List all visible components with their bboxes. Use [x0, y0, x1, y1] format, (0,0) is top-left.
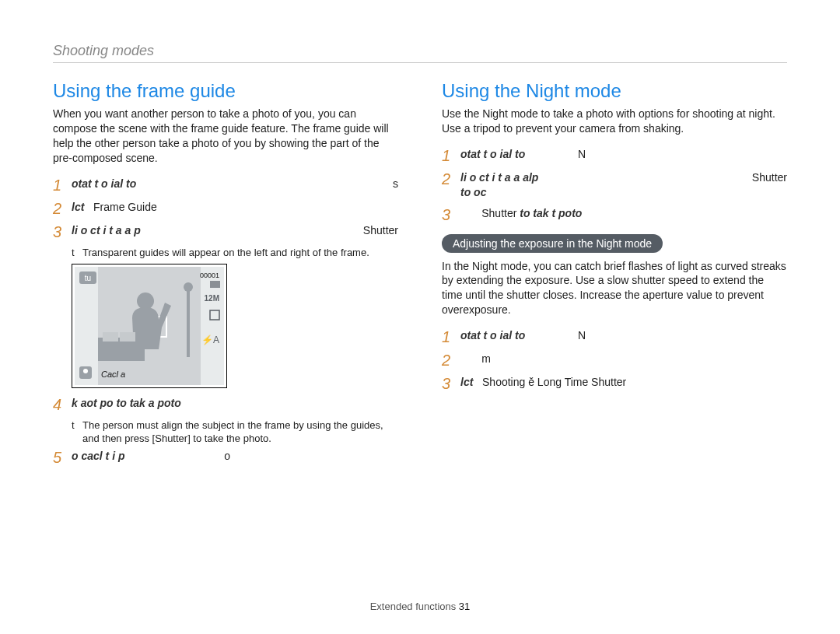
step-number: 1: [442, 147, 460, 164]
step-number: 2: [442, 170, 460, 187]
step-text-em: lct: [72, 201, 84, 213]
svg-point-12: [137, 292, 154, 310]
step-number: 1: [442, 328, 460, 345]
svg-point-14: [184, 282, 193, 292]
left-column: Using the frame guide When you want anot…: [53, 80, 398, 472]
right-section-title: Using the Night mode: [442, 80, 787, 102]
footer-label: Extended functions: [370, 601, 457, 612]
step-text-em: to tak t poto: [520, 207, 582, 219]
frame-guide-preview: tu 00001 12M ⚡A: [72, 264, 227, 388]
left-section-title: Using the frame guide: [53, 80, 398, 102]
left-bullet-1: t Transparent guides will appear on the …: [72, 247, 398, 260]
breadcrumb: Shooting modes: [53, 43, 787, 63]
exposure-pill: Adjusting the exposure in the Night mode: [442, 234, 663, 253]
left-intro: When you want another person to take a p…: [53, 107, 398, 166]
step-tail: Shutter: [752, 170, 787, 185]
right-subintro: In the Night mode, you can catch brief ﬂ…: [442, 259, 787, 318]
step-number: 1: [53, 177, 72, 194]
svg-rect-13: [187, 290, 190, 357]
right-a-step-2: 2 li o ct i t a a alp Shutter to oc: [442, 170, 787, 200]
step-number: 2: [53, 200, 72, 217]
step-tail: o: [224, 450, 230, 462]
svg-text:12M: 12M: [205, 294, 219, 303]
step-text-em: li o ct i t a a p: [72, 224, 141, 236]
step-text-em: otat t o ial to: [460, 148, 525, 160]
left-step-5: 5 o cacl t i p o: [53, 449, 398, 466]
svg-rect-7: [210, 281, 220, 288]
step-number: 3: [442, 206, 460, 223]
left-step-2: 2 lct Frame Guide: [53, 200, 398, 217]
right-a-step-3: 3 Shutter to tak t poto: [442, 206, 787, 223]
right-b-step-1: 1 otat t o ial to N: [442, 328, 787, 345]
svg-text:tu: tu: [85, 274, 91, 282]
left-step-4: 4 k aot po to tak a poto: [53, 396, 398, 413]
step-tail: N: [578, 329, 586, 342]
step-text-em: otat t o ial to: [460, 329, 525, 342]
svg-rect-16: [103, 332, 118, 342]
step-tail: s: [393, 177, 398, 191]
step-tail: Shooting ě Long Time Shutter: [482, 376, 626, 388]
right-b-step-2: 2 m: [442, 352, 787, 369]
svg-rect-17: [120, 332, 135, 342]
step-tail: m: [481, 352, 491, 365]
step-text-em2: to oc: [460, 186, 486, 198]
right-b-step-3: 3 lct Shooting ě Long Time Shutter: [442, 375, 787, 392]
step-text-em: lct: [460, 376, 473, 388]
step-number: 3: [53, 223, 72, 240]
svg-text:Cacl a: Cacl a: [101, 370, 125, 379]
right-column: Using the Night mode Use the Night mode …: [442, 80, 787, 472]
step-number: 3: [442, 375, 460, 392]
left-step-3: 3 li o ct i t a a p Shutter: [53, 223, 398, 240]
svg-text:⚡A: ⚡A: [201, 334, 219, 345]
left-step-1: 1 otat t o ial to s: [53, 177, 398, 194]
step-number: 5: [53, 449, 72, 466]
step-tail: Frame Guide: [93, 201, 157, 213]
page-footer: Extended functions 31: [0, 601, 840, 612]
footer-page: 31: [459, 601, 470, 612]
right-a-step-1: 1 otat t o ial to N: [442, 147, 787, 164]
step-text-em: otat t o ial to: [72, 177, 136, 190]
svg-text:00001: 00001: [200, 271, 219, 279]
step-text-em: o cacl t i p: [72, 450, 124, 462]
step-text-em: li o ct i t a a alp: [460, 171, 538, 184]
step-tail: Shutter: [363, 223, 398, 238]
step-number: 2: [442, 352, 460, 369]
left-bullet-2: t The person must align the subject in t…: [72, 419, 398, 446]
step-lead: Shutter: [481, 207, 516, 219]
step-text-em: k aot po to tak a poto: [72, 397, 181, 409]
step-tail: N: [578, 148, 586, 160]
step-number: 4: [53, 396, 72, 413]
svg-point-19: [83, 369, 88, 373]
right-intro: Use the Night mode to take a photo with …: [442, 107, 787, 136]
